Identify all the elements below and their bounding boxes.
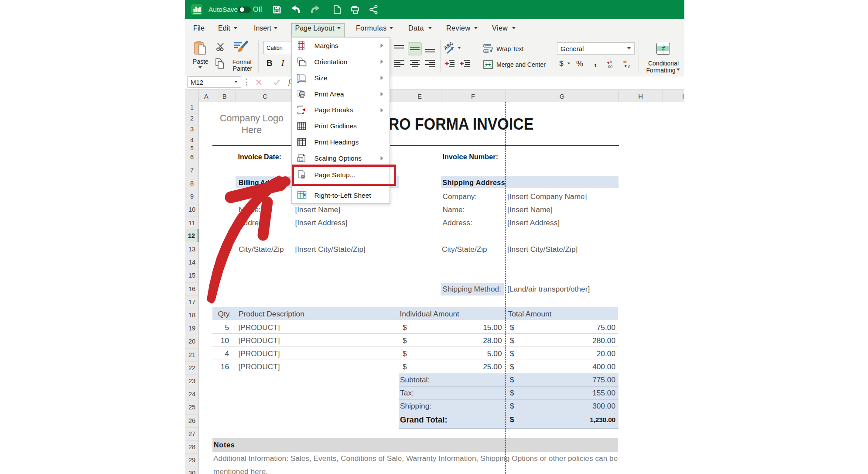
svg-text:0: 0 [610,59,612,64]
svg-text:0: 0 [628,64,630,69]
svg-text:.00: .00 [622,59,627,64]
svg-text:.00: .00 [607,64,612,69]
svg-text:1:1: 1:1 [298,158,303,161]
